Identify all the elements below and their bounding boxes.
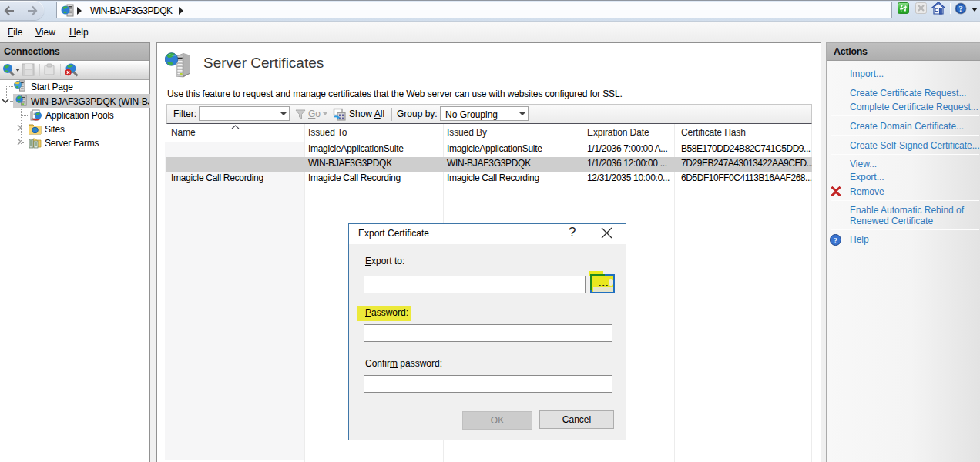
svg-text:?: ? [834, 236, 837, 245]
svg-text:?: ? [958, 4, 963, 13]
